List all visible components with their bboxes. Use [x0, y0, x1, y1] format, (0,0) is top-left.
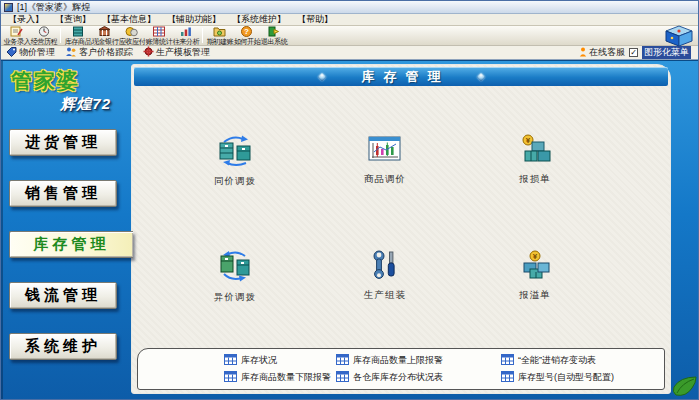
guanjiapo-cube-logo: [662, 25, 696, 51]
receivable-payable-button[interactable]: 应收应付: [118, 26, 145, 45]
report-table-icon: [501, 354, 514, 367]
menu-entry[interactable]: 【录入】: [8, 13, 44, 26]
menu-bar: 【录入】 【查询】 【基本信息】 【辅助功能】 【系统维护】 【帮助】: [1, 14, 698, 26]
diff-price-transfer-item[interactable]: 异价调拨: [160, 250, 310, 304]
same-price-transfer-item[interactable]: 同价调拨: [160, 134, 310, 188]
brand-name: 管家婆: [11, 67, 123, 95]
online-service-link[interactable]: 在线客服: [579, 46, 625, 59]
price-chart-icon: [368, 134, 402, 168]
clock-icon: [38, 26, 50, 37]
toolbar-separator: [60, 28, 61, 43]
notebook-icon: [10, 26, 23, 37]
ornament-diamond-icon: [317, 72, 325, 80]
window-title: [1]《管家婆》辉煌: [17, 1, 90, 14]
ledger-stats-button[interactable]: 账簿统计: [145, 26, 172, 45]
section-header: 库存管理: [134, 67, 668, 86]
svg-text:¥: ¥: [526, 136, 531, 145]
loss-report-item[interactable]: ¥ 报损单: [460, 134, 610, 188]
table-grid-icon: [153, 26, 165, 37]
transfer-cabinets-icon: [217, 134, 253, 170]
cabinet-icon: [72, 26, 84, 37]
link-inventory-status[interactable]: 库存状况: [224, 354, 336, 367]
gear-icon: [143, 46, 154, 59]
sidebar-item-sales[interactable]: 销售管理: [9, 180, 117, 207]
people-icon: [65, 47, 77, 59]
folder-icon: [213, 26, 226, 37]
customer-price-tracking-button[interactable]: 客户价格跟踪: [65, 46, 133, 59]
sidebar-buttons: 进货管理 销售管理 库存管理 钱流管理 系统维护: [1, 129, 131, 360]
menu-help[interactable]: 【帮助】: [297, 13, 333, 26]
bar-chart-icon: [180, 26, 192, 37]
help-icon: ?: [241, 26, 252, 37]
goods-price-adjust-item[interactable]: 商品调价: [310, 134, 460, 188]
cash-bank-button[interactable]: 现金银行: [91, 26, 118, 45]
link-model-config[interactable]: 库存型号(自动型号配置): [501, 371, 660, 384]
brand-logo: 管家婆 辉煌72: [1, 65, 131, 115]
report-table-icon: [336, 354, 349, 367]
sidebar: 管家婆 辉煌72 进货管理 销售管理 库存管理 钱流管理 系统维护: [1, 61, 131, 400]
transfer-cabinets-green-icon: [217, 250, 253, 286]
svg-text:?: ?: [244, 27, 249, 36]
leaf-decoration-icon: [668, 375, 698, 400]
graphic-menu-checkbox[interactable]: ✓: [629, 48, 638, 57]
link-upper-limit-alarm[interactable]: 库存商品数量上限报警: [336, 354, 501, 367]
overflow-boxes-icon: ¥: [519, 250, 551, 284]
link-lower-limit-alarm[interactable]: 库存商品数量下限报警: [224, 371, 336, 384]
report-links-panel: 库存状况 库存商品数量上限报警 “全能”进销存变动表 库存商品数量下限报警 各仓…: [137, 348, 665, 390]
coins-icon: [125, 26, 138, 37]
menu-system-maintenance[interactable]: 【系统维护】: [232, 13, 286, 26]
app-window: [1]《管家婆》辉煌 【录入】 【查询】 【基本信息】 【辅助功能】 【系统维护…: [0, 0, 699, 400]
business-entry-button[interactable]: 业务录入: [3, 26, 30, 45]
transaction-analysis-button[interactable]: 往来分析: [172, 26, 199, 45]
tools-icon: [370, 250, 400, 284]
brand-edition: 辉煌72: [11, 95, 111, 114]
menu-basic-info[interactable]: 【基本信息】: [102, 13, 156, 26]
svg-text:¥: ¥: [533, 252, 538, 261]
price-management-button[interactable]: 物价管理: [6, 46, 55, 59]
page-title: 库存管理: [353, 68, 450, 86]
report-table-icon: [224, 354, 237, 367]
content-area: 库存管理 同价调拨 商品调价 ¥ 报损单 异价调拨: [131, 64, 671, 394]
app-body: 管家婆 辉煌72 进货管理 销售管理 库存管理 钱流管理 系统维护 库存管理: [1, 60, 698, 400]
report-table-icon: [336, 371, 349, 384]
loss-boxes-icon: ¥: [519, 134, 551, 168]
link-warehouse-distribution[interactable]: 各仓库库存分布状况表: [336, 371, 501, 384]
sidebar-item-maintenance[interactable]: 系统维护: [9, 333, 117, 360]
sidebar-item-purchase[interactable]: 进货管理: [9, 129, 117, 156]
initial-accounts-button[interactable]: 期初建账: [206, 26, 233, 45]
how-to-start-button[interactable]: ? 如何开始: [233, 26, 260, 45]
app-icon: [4, 3, 13, 12]
main-toolbar: 业务录入 经营历程 库存商品 现金银行 应收应付 账簿统计 往来分析: [1, 26, 698, 46]
business-history-button[interactable]: 经营历程: [30, 26, 57, 45]
toolbar-separator: [202, 28, 203, 43]
overflow-report-item[interactable]: ¥ 报溢单: [460, 250, 610, 304]
secondary-toolbar: 物价管理 客户价格跟踪 生产模板管理 在线客服 ✓ 图形化菜单: [1, 46, 698, 60]
production-template-button[interactable]: 生产模板管理: [143, 46, 210, 59]
exit-icon: [268, 26, 280, 37]
exit-system-button[interactable]: 退出系统: [260, 26, 287, 45]
ornament-diamond-icon: [476, 72, 484, 80]
report-table-icon: [224, 371, 237, 384]
link-allround-change-table[interactable]: “全能”进销存变动表: [501, 354, 660, 367]
function-icons-grid: 同价调拨 商品调价 ¥ 报损单 异价调拨 生产组装: [132, 86, 670, 304]
menu-query[interactable]: 【查询】: [55, 13, 91, 26]
sidebar-item-inventory[interactable]: 库存管理: [9, 231, 133, 258]
inventory-goods-button[interactable]: 库存商品: [64, 26, 91, 45]
report-table-icon: [501, 371, 514, 384]
menu-aux-functions[interactable]: 【辅助功能】: [167, 13, 221, 26]
bank-icon: [98, 26, 111, 37]
production-assembly-item[interactable]: 生产组装: [310, 250, 460, 304]
sidebar-item-cashflow[interactable]: 钱流管理: [9, 282, 117, 309]
price-tag-icon: [6, 47, 17, 59]
online-service-icon: [579, 47, 587, 59]
